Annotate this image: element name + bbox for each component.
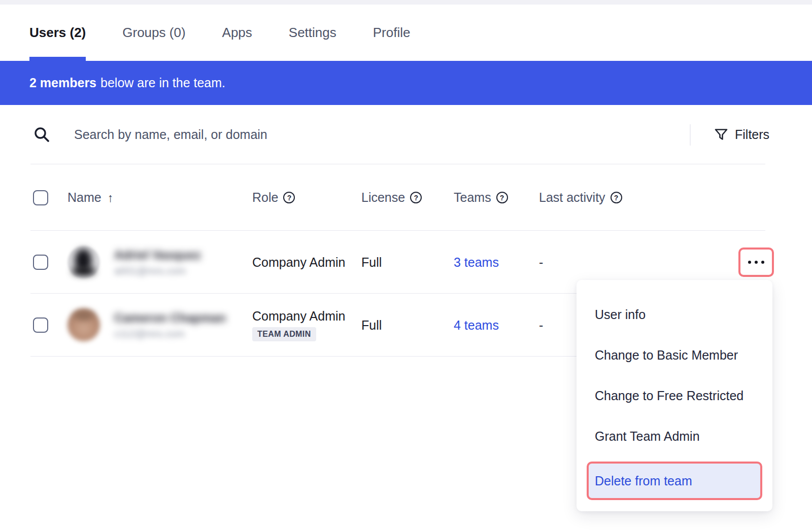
license-help-icon[interactable]: ? [410,192,422,203]
header-license: License ? [361,190,454,205]
row1-actions [691,248,774,277]
search-input[interactable] [74,127,812,142]
header-last-activity: Last activity ? [539,190,691,205]
row1-role: Company Admin [252,255,361,270]
menu-item-grant-team-admin[interactable]: Grant Team Admin [577,416,772,456]
filters-button[interactable]: Filters [715,105,769,164]
row-actions-dropdown: User info Change to Basic Member Change … [577,280,772,511]
filter-funnel-icon [715,128,728,141]
menu-item-delete-wrap: Delete from team [587,462,762,500]
role-help-icon[interactable]: ? [283,192,295,203]
avatar [67,309,100,341]
header-name[interactable]: Name ↑ [67,190,252,205]
dot [755,261,758,264]
tab-apps[interactable]: Apps [222,5,252,61]
search-row: Filters [0,105,812,164]
row1-teams: 3 teams [454,255,539,270]
team-members-banner: 2 members below are in the team. [0,61,812,105]
row2-name-cell: Cameron Chapman c112@mrs.com [67,309,252,341]
tab-bar: Users (2) Groups (0) Apps Settings Profi… [0,5,812,61]
tab-users[interactable]: Users (2) [29,5,86,61]
row1-checkbox-cell [30,255,67,270]
row1-teams-link[interactable]: 3 teams [454,255,499,269]
dot [761,261,764,264]
user-email-blurred: c112@mrs.com [114,328,226,340]
table-header-row: Name ↑ Role ? License ? Teams ? Last act… [30,164,774,231]
row1-license: Full [361,255,454,270]
menu-item-user-info[interactable]: User info [577,294,772,335]
row2-teams: 4 teams [454,318,539,333]
row1-checkbox[interactable] [33,255,48,270]
tab-settings[interactable]: Settings [289,5,336,61]
header-last-activity-label: Last activity [539,190,605,205]
row2-role-cell: Company Admin TEAM ADMIN [252,309,361,341]
row2-teams-link[interactable]: 4 teams [454,318,499,332]
top-strip [0,0,812,5]
header-role-label: Role [252,190,278,205]
team-admin-badge: TEAM ADMIN [252,327,316,341]
user-name-blurred: Cameron Chapman [114,311,226,325]
row2-role: Company Admin [252,309,345,324]
sort-asc-icon[interactable]: ↑ [108,191,114,205]
header-name-label: Name [67,190,101,205]
header-teams: Teams ? [454,190,539,205]
dot [748,261,751,264]
row2-checkbox[interactable] [33,317,48,333]
row1-last-activity: - [539,255,691,270]
row2-license: Full [361,318,454,333]
menu-item-delete-from-team[interactable]: Delete from team [587,462,762,500]
row-actions-menu-button[interactable] [738,248,774,277]
row2-identity: Cameron Chapman c112@mrs.com [114,311,226,340]
avatar [67,246,100,278]
avatar-hair [74,311,94,320]
header-role: Role ? [252,190,361,205]
row1-name-cell: Adriel Vasquez a001@mrs.com [67,246,252,278]
row1-identity: Adriel Vasquez a001@mrs.com [114,248,201,277]
menu-item-change-free-restricted[interactable]: Change to Free Restricted [577,375,772,416]
row2-checkbox-cell [30,317,67,333]
avatar-silhouette-base [72,267,95,275]
user-name-blurred: Adriel Vasquez [114,248,201,262]
filters-label: Filters [735,127,769,142]
header-teams-label: Teams [454,190,491,205]
tab-profile[interactable]: Profile [373,5,411,61]
menu-item-change-basic-member[interactable]: Change to Basic Member [577,335,772,375]
search-icon [33,126,50,143]
tab-groups[interactable]: Groups (0) [122,5,185,61]
banner-count: 2 members [29,76,96,90]
vertical-divider [690,124,691,146]
teams-help-icon[interactable]: ? [496,192,508,203]
select-all-checkbox[interactable] [33,190,48,205]
header-license-label: License [361,190,405,205]
header-checkbox-cell [30,190,67,205]
last-activity-help-icon[interactable]: ? [611,192,622,203]
user-email-blurred: a001@mrs.com [114,265,201,277]
banner-text: below are in the team. [100,76,225,90]
